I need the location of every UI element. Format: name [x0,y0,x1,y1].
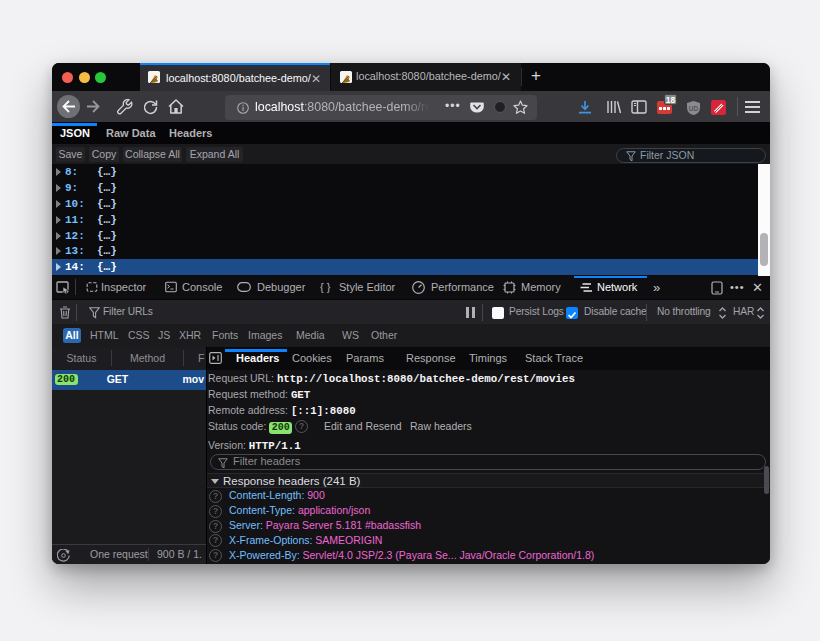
svg-text:UD: UD [689,105,699,112]
